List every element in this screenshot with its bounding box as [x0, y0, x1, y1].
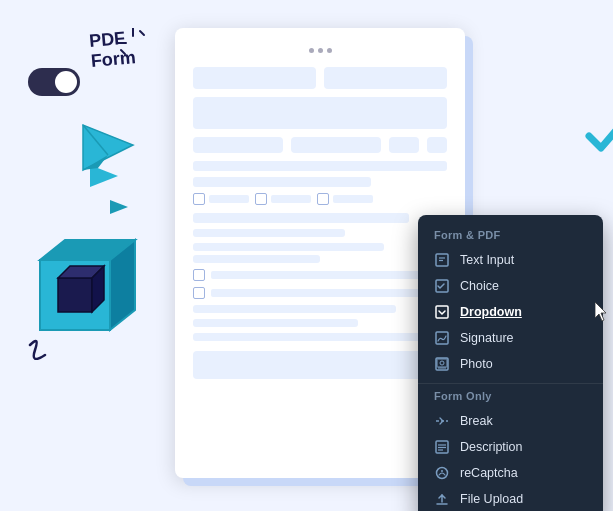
file-upload-icon [434, 491, 450, 507]
break-icon [434, 413, 450, 429]
svg-rect-21 [436, 332, 448, 344]
menu-item-photo[interactable]: Photo [418, 351, 603, 377]
svg-rect-19 [436, 306, 448, 318]
dropdown-icon [434, 304, 450, 320]
menu-item-break[interactable]: Break [418, 408, 603, 434]
svg-marker-8 [110, 200, 128, 214]
menu-item-dropdown-label: Dropdown [460, 305, 522, 319]
menu-item-signature-label: Signature [460, 331, 514, 345]
svg-rect-23 [437, 359, 447, 367]
svg-marker-10 [40, 240, 135, 260]
description-icon [434, 439, 450, 455]
line-4 [193, 229, 345, 237]
form-field-3 [193, 97, 447, 129]
form-field-7 [427, 137, 447, 153]
form-row-1 [193, 67, 447, 89]
svg-line-6 [83, 125, 108, 155]
dot-2 [318, 48, 323, 53]
menu-item-break-label: Break [460, 414, 493, 428]
menu-item-choice[interactable]: Choice [418, 273, 603, 299]
form-field-1 [193, 67, 316, 89]
svg-marker-7 [90, 165, 118, 187]
single-check-label-1 [211, 271, 447, 279]
form-field-bottom [193, 351, 447, 379]
menu-item-text-input[interactable]: Text Input [418, 247, 603, 273]
single-checkbox-2 [193, 287, 205, 299]
toggle-knob [55, 71, 77, 93]
svg-marker-14 [92, 266, 104, 312]
check-item-3 [317, 193, 373, 205]
check-label-2 [271, 195, 311, 203]
check-label-1 [209, 195, 249, 203]
single-check-row-2 [193, 287, 447, 299]
dot-3 [327, 48, 332, 53]
check-label-3 [333, 195, 373, 203]
svg-marker-12 [58, 278, 92, 312]
form-row-2 [193, 137, 447, 153]
menu-item-file-upload[interactable]: File Upload [418, 486, 603, 511]
line-8 [193, 319, 358, 327]
dot-1 [309, 48, 314, 53]
line-3 [193, 213, 409, 223]
form-field-4 [193, 137, 283, 153]
small-arrow-decoration [110, 200, 128, 214]
toggle-decoration [28, 68, 80, 96]
menu-item-signature[interactable]: Signature [418, 325, 603, 351]
svg-marker-20 [595, 302, 606, 321]
checkbox-3 [317, 193, 329, 205]
spark-decorations [118, 28, 148, 68]
text-input-icon [434, 252, 450, 268]
svg-line-3 [121, 50, 125, 54]
svg-marker-13 [58, 266, 104, 278]
line-9 [193, 333, 422, 341]
recaptcha-icon [434, 465, 450, 481]
line-6 [193, 255, 320, 263]
check-item-1 [193, 193, 249, 205]
svg-marker-5 [83, 155, 108, 170]
svg-point-32 [441, 470, 443, 472]
window-dots [193, 48, 447, 53]
menu-item-text-input-label: Text Input [460, 253, 514, 267]
section-form-only-label: Form Only [418, 390, 603, 408]
menu-item-photo-label: Photo [460, 357, 493, 371]
line-7 [193, 305, 396, 313]
form-field-2 [324, 67, 447, 89]
cursor-icon [595, 302, 611, 322]
signature-icon [434, 330, 450, 346]
svg-marker-4 [83, 125, 133, 170]
menu-item-recaptcha-label: reCaptcha [460, 466, 518, 480]
menu-item-choice-label: Choice [460, 279, 499, 293]
section-form-pdf-label: Form & PDF [418, 229, 603, 247]
line-1 [193, 161, 447, 171]
svg-point-24 [440, 361, 444, 365]
check-item-2 [255, 193, 311, 205]
svg-line-2 [140, 31, 144, 35]
arrow-decoration [90, 165, 118, 187]
menu-item-dropdown[interactable]: Dropdown [418, 299, 603, 325]
paper-plane-icon [78, 120, 138, 175]
single-check-row-1 [193, 269, 447, 281]
svg-marker-11 [110, 240, 135, 330]
line-2 [193, 177, 371, 187]
menu-item-description[interactable]: Description [418, 434, 603, 460]
checkbox-1 [193, 193, 205, 205]
single-check-label-2 [211, 289, 447, 297]
photo-icon [434, 356, 450, 372]
checkbox-group [193, 193, 447, 205]
pdf-form-label: PDF Form [88, 28, 136, 71]
form-field-6 [389, 137, 419, 153]
menu-item-recaptcha[interactable]: reCaptcha [418, 460, 603, 486]
svg-marker-9 [40, 260, 110, 330]
checkmark-decoration [583, 110, 613, 158]
single-checkbox-1 [193, 269, 205, 281]
menu-item-file-upload-label: File Upload [460, 492, 523, 506]
checkbox-2 [255, 193, 267, 205]
menu-item-description-label: Description [460, 440, 523, 454]
choice-icon [434, 278, 450, 294]
cube-decoration [10, 220, 140, 360]
line-5 [193, 243, 384, 251]
form-field-5 [291, 137, 381, 153]
menu-divider [418, 383, 603, 384]
context-menu: Form & PDF Text Input Choice [418, 215, 603, 511]
